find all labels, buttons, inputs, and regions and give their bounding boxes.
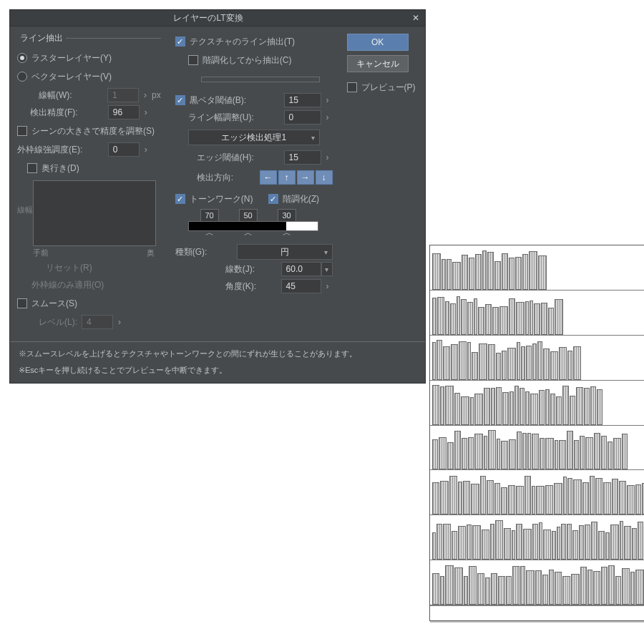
checkbox-icon bbox=[27, 163, 37, 173]
titlebar-title: レイヤーのLT変換 bbox=[10, 12, 406, 24]
chevron-right-icon[interactable]: › bbox=[323, 280, 333, 293]
note-1: ※スムースレベルを上げるとテクスチャやトーンワークとの間にずれが生じることがあり… bbox=[19, 348, 416, 360]
radio-raster-layer[interactable]: ラスターレイヤー(Y) bbox=[17, 50, 112, 66]
chevron-right-icon[interactable]: › bbox=[114, 316, 125, 328]
note-2: ※Escキーを押し続けることでプレビューを中断できます。 bbox=[19, 364, 416, 376]
chevron-down-icon[interactable]: ▾ bbox=[321, 262, 333, 276]
check-scale-by-scene[interactable]: シーンの大きさで精度を調整(S) bbox=[17, 123, 155, 139]
lt-convert-dialog: レイヤーのLT変換 ✕ ライン抽出 ラスターレイヤー(Y) ベクターレイヤー(V… bbox=[10, 10, 425, 383]
label-line-count: 線数(J): bbox=[225, 263, 255, 275]
chevron-right-icon[interactable]: › bbox=[323, 111, 333, 124]
texture-progress bbox=[201, 77, 320, 82]
label-detect-acc: 検出精度(F): bbox=[30, 107, 78, 119]
input-line-width[interactable]: 1 bbox=[107, 88, 139, 102]
bookshelf-illustration bbox=[429, 245, 638, 621]
chevron-down-icon: ▾ bbox=[324, 248, 328, 256]
check-tonework[interactable]: トーンワーク(N) bbox=[175, 191, 253, 207]
checkbox-icon bbox=[17, 298, 27, 308]
ok-button[interactable]: OK bbox=[347, 34, 409, 51]
chevron-right-icon[interactable]: › bbox=[140, 89, 150, 102]
check-texture-line[interactable]: テクスチャのライン抽出(T) bbox=[175, 34, 295, 49]
check-posterize[interactable]: 階調化(Z) bbox=[255, 191, 319, 207]
dropdown-edge-proc[interactable]: エッジ検出処理1 ▾ bbox=[188, 130, 320, 145]
caret-up-icon[interactable]: ︿ bbox=[205, 227, 214, 239]
titlebar: レイヤーのLT変換 ✕ bbox=[10, 10, 425, 26]
close-icon[interactable]: ✕ bbox=[406, 13, 425, 23]
check-depth[interactable]: 奥行き(D) bbox=[17, 160, 79, 176]
label-black-threshold: 黒ベタ閾値(B): bbox=[190, 94, 246, 107]
label-detect-dir: 検出方向: bbox=[197, 172, 233, 184]
label-angle: 角度(K): bbox=[225, 280, 256, 293]
check-preview[interactable]: プレビュー(P) bbox=[347, 79, 416, 95]
label-curve-back: 奥 bbox=[147, 248, 155, 258]
tone-threshold-slider[interactable]: 70 50 30 ︿ ︿ ︿ bbox=[188, 221, 333, 231]
label-line-adj: ライン幅調整(U): bbox=[188, 112, 254, 124]
unit-px: px bbox=[152, 90, 161, 100]
depth-curve-box[interactable] bbox=[33, 180, 156, 246]
caret-up-icon[interactable]: ︿ bbox=[283, 227, 291, 239]
chevron-right-icon[interactable]: › bbox=[323, 151, 333, 164]
shelf-unit-left bbox=[429, 245, 644, 621]
group-line-extract: ライン抽出 ラスターレイヤー(Y) ベクターレイヤー(V) 線幅(W): 1 ›… bbox=[17, 32, 161, 333]
btn-outline-only[interactable]: 外枠線のみ適用(O) bbox=[31, 279, 104, 291]
label-kind: 種類(G): bbox=[175, 246, 208, 258]
group-line-extract-legend: ライン抽出 bbox=[17, 32, 66, 44]
radio-icon bbox=[17, 53, 27, 63]
checkbox-icon bbox=[188, 55, 198, 65]
input-black-threshold[interactable]: 15 bbox=[284, 93, 321, 107]
chevron-right-icon[interactable]: › bbox=[141, 143, 151, 156]
arrow-right-icon[interactable]: → bbox=[297, 170, 314, 185]
checkbox-icon[interactable] bbox=[175, 95, 185, 105]
arrow-down-icon[interactable]: ↓ bbox=[316, 170, 333, 185]
checkbox-icon bbox=[347, 82, 357, 92]
input-smooth-level[interactable]: 4 bbox=[82, 315, 113, 329]
radio-vector-layer[interactable]: ベクターレイヤー(V) bbox=[17, 69, 112, 84]
checkbox-icon bbox=[175, 194, 185, 204]
arrow-left-icon[interactable]: ← bbox=[260, 170, 277, 185]
check-posterize-then[interactable]: 階調化してから抽出(C) bbox=[175, 52, 292, 68]
label-curve-front: 手前 bbox=[33, 248, 49, 258]
input-line-count[interactable]: 60.0 bbox=[281, 262, 321, 276]
caret-up-icon[interactable]: ︿ bbox=[244, 227, 253, 239]
checkbox-icon bbox=[17, 126, 27, 136]
input-angle[interactable]: 45 bbox=[281, 279, 321, 293]
chevron-right-icon[interactable]: › bbox=[141, 106, 151, 119]
label-outline-emph: 外枠線強調度(E): bbox=[17, 144, 82, 156]
checkbox-icon bbox=[268, 194, 278, 204]
label-line-width: 線幅(W): bbox=[39, 89, 72, 102]
cancel-button[interactable]: キャンセル bbox=[347, 55, 409, 72]
checkbox-icon bbox=[175, 36, 185, 47]
label-curve-y: 線幅 bbox=[17, 177, 33, 258]
btn-reset[interactable]: リセット(R) bbox=[46, 262, 92, 274]
radio-icon bbox=[17, 72, 27, 82]
check-smooth[interactable]: スムース(S) bbox=[17, 296, 77, 311]
arrow-up-icon[interactable]: ↑ bbox=[278, 170, 296, 185]
label-edge-threshold: エッジ閾値(H): bbox=[197, 152, 254, 164]
dropdown-kind[interactable]: 円 ▾ bbox=[237, 244, 333, 260]
input-line-adj[interactable]: 0 bbox=[284, 110, 321, 125]
input-edge-threshold[interactable]: 15 bbox=[284, 150, 321, 165]
chevron-right-icon[interactable]: › bbox=[323, 94, 333, 107]
chevron-down-icon: ▾ bbox=[311, 134, 315, 142]
label-smooth-level: レベル(L): bbox=[39, 316, 77, 328]
input-outline-emph[interactable]: 0 bbox=[108, 142, 140, 157]
direction-buttons: ← ↑ → ↓ bbox=[260, 170, 333, 185]
footer-notes: ※スムースレベルを上げるとテクスチャやトーンワークとの間にずれが生じることがあり… bbox=[10, 341, 425, 383]
input-detect-acc[interactable]: 96 bbox=[108, 105, 140, 119]
